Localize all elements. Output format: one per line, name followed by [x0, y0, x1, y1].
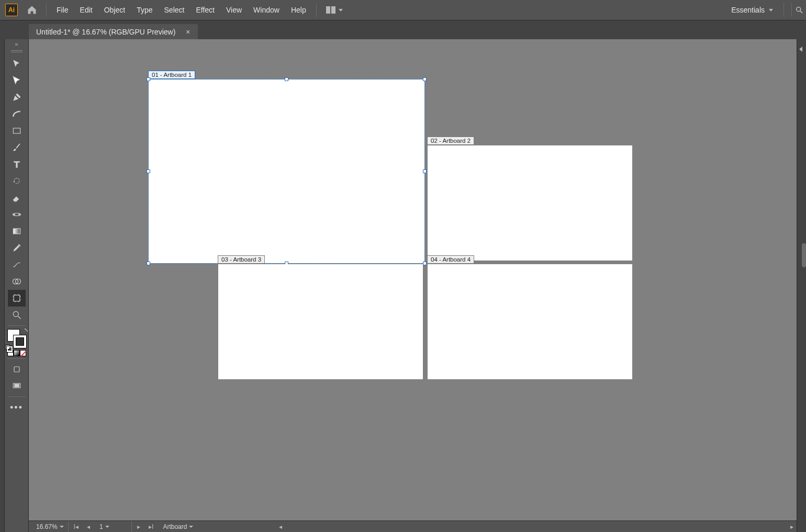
home-icon — [27, 5, 37, 15]
edit-toolbar-button[interactable]: ••• — [10, 402, 23, 413]
menu-view[interactable]: View — [220, 0, 248, 20]
svg-rect-14 — [14, 384, 18, 387]
status-scroll-right[interactable]: ▸ — [787, 523, 797, 530]
separator — [316, 3, 317, 17]
separator — [783, 3, 784, 17]
chevron-down-icon — [60, 526, 64, 528]
menubar: Ai File Edit Object Type Select Effect V… — [0, 0, 806, 20]
artboard[interactable]: 04 - Artboard 4 — [428, 264, 632, 379]
gradient-tool[interactable] — [8, 223, 26, 240]
rectangle-tool[interactable] — [8, 122, 26, 139]
blend-tool[interactable] — [8, 256, 26, 273]
first-artboard-button[interactable]: I◂ — [71, 523, 82, 530]
width-icon — [12, 209, 22, 220]
zoom-tool[interactable] — [8, 307, 26, 323]
workspace-switcher[interactable]: Essentials — [725, 6, 779, 14]
panel-grip[interactable] — [11, 49, 23, 52]
rotate-tool[interactable] — [8, 173, 26, 189]
draw-mode-icon — [12, 364, 22, 375]
home-button[interactable] — [22, 0, 42, 20]
menu-label: Help — [291, 6, 306, 14]
menu-edit[interactable]: Edit — [74, 0, 98, 20]
svg-point-5 — [18, 214, 20, 216]
menu-effect[interactable]: Effect — [190, 0, 220, 20]
svg-line-11 — [18, 316, 20, 319]
resize-handle-ne[interactable] — [423, 77, 427, 81]
tool-panel: ⤡ ••• — [5, 39, 29, 532]
document-tab-row: Untitled-1* @ 16.67% (RGB/GPU Preview) × — [0, 20, 806, 39]
resize-handle-se[interactable] — [423, 262, 427, 265]
width-tool[interactable] — [8, 206, 26, 223]
close-tab-button[interactable]: × — [186, 28, 190, 36]
color-mode-none[interactable] — [20, 350, 26, 356]
artboard-label[interactable]: 03 - Artboard 3 — [218, 255, 265, 264]
shape-builder-tool[interactable] — [8, 273, 26, 290]
resize-handle-n[interactable] — [285, 77, 288, 81]
status-info-field[interactable]: Artboard — [159, 521, 253, 532]
scrollbar-thumb[interactable] — [802, 243, 806, 267]
resize-handle-e[interactable] — [423, 169, 427, 173]
selection-tool[interactable] — [8, 55, 26, 72]
artboard-label[interactable]: 02 - Artboard 2 — [427, 137, 474, 145]
screen-mode-button[interactable] — [8, 378, 26, 394]
expand-tools-button[interactable] — [5, 40, 28, 48]
svg-rect-12 — [14, 367, 19, 372]
search-button[interactable] — [791, 3, 806, 17]
resize-handle-sw[interactable] — [147, 262, 150, 265]
status-scroll-left[interactable]: ◂ — [276, 523, 285, 530]
search-icon — [795, 6, 803, 14]
artboard[interactable]: 01 - Artboard 1 — [149, 80, 424, 263]
swap-fill-stroke-icon[interactable]: ⤡ — [24, 327, 28, 333]
paintbrush-tool[interactable] — [8, 139, 26, 156]
artboard-nav-field[interactable]: 1 — [95, 521, 132, 532]
screen-mode-icon — [12, 381, 22, 391]
direct-selection-tool[interactable] — [8, 72, 26, 89]
separator — [8, 358, 26, 359]
type-tool[interactable] — [8, 156, 26, 173]
last-artboard-button[interactable]: ▸I — [145, 523, 156, 530]
curvature-tool[interactable] — [8, 106, 26, 122]
direct-selection-icon — [12, 75, 22, 86]
rectangle-icon — [12, 126, 22, 136]
arrange-documents-icon — [326, 6, 335, 14]
separator — [8, 325, 26, 326]
artboard-label[interactable]: 04 - Artboard 4 — [427, 255, 474, 264]
artboard[interactable]: 02 - Artboard 2 — [428, 145, 632, 261]
artboard-tool[interactable] — [8, 290, 26, 307]
document-tab[interactable]: Untitled-1* @ 16.67% (RGB/GPU Preview) × — [29, 24, 198, 40]
draw-mode-button[interactable] — [8, 361, 26, 378]
eyedropper-tool[interactable] — [8, 240, 26, 256]
right-panel-strip[interactable] — [797, 39, 806, 532]
menu-file[interactable]: File — [51, 0, 74, 20]
resize-handle-w[interactable] — [147, 169, 150, 173]
next-artboard-button[interactable]: ▸ — [134, 523, 143, 530]
menu-window[interactable]: Window — [248, 0, 285, 20]
color-mode-gradient[interactable] — [14, 350, 20, 356]
zoom-icon — [12, 310, 22, 320]
chevron-down-icon — [105, 526, 109, 528]
menu-type[interactable]: Type — [131, 0, 158, 20]
default-fill-stroke-icon[interactable] — [5, 345, 10, 350]
prev-artboard-button[interactable]: ◂ — [84, 523, 93, 530]
menu-object[interactable]: Object — [98, 0, 131, 20]
arrange-documents-button[interactable] — [321, 6, 348, 14]
menu-help[interactable]: Help — [285, 0, 312, 20]
zoom-field[interactable]: 16.67% — [32, 521, 69, 532]
pen-tool[interactable] — [8, 89, 26, 106]
expand-panels-icon[interactable] — [799, 47, 802, 52]
menu-select[interactable]: Select — [159, 0, 191, 20]
artboard[interactable]: 03 - Artboard 3 — [218, 264, 423, 379]
canvas-area[interactable]: 01 - Artboard 102 - Artboard 203 - Artbo… — [29, 39, 797, 532]
svg-point-0 — [796, 7, 800, 12]
svg-rect-2 — [13, 128, 20, 133]
rotate-icon — [12, 176, 22, 186]
svg-line-1 — [800, 11, 802, 13]
stroke-swatch[interactable] — [14, 335, 26, 348]
selection-outline — [148, 79, 425, 264]
eraser-tool[interactable] — [8, 189, 26, 206]
menu-label: Type — [137, 6, 152, 14]
chevron-down-icon — [189, 526, 193, 528]
menu-label: Effect — [196, 6, 215, 14]
fill-stroke-swatch[interactable]: ⤡ — [7, 329, 26, 348]
artboard-label[interactable]: 01 - Artboard 1 — [148, 71, 195, 79]
